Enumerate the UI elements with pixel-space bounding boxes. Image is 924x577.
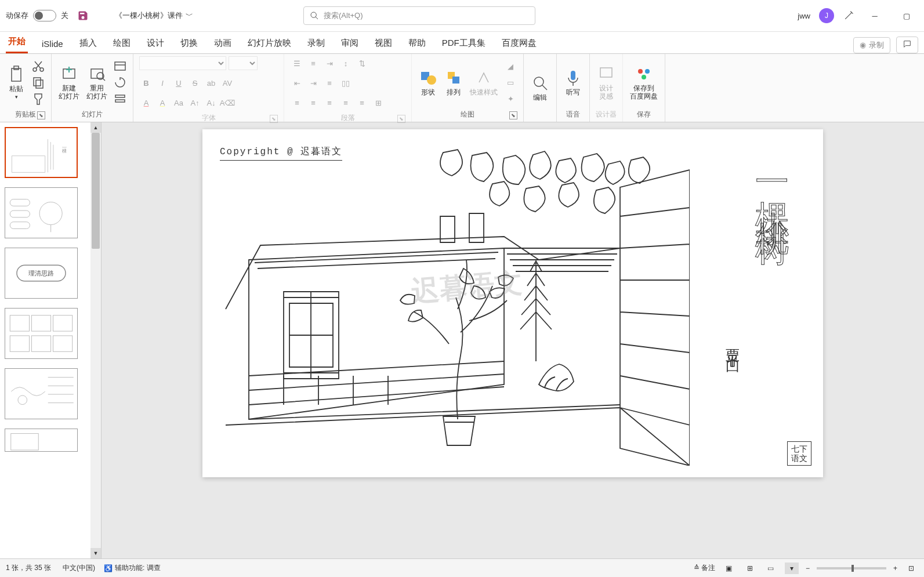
notes-button[interactable]: ≙ 备注 <box>694 563 715 573</box>
slide-thumb-4[interactable] <box>5 308 78 359</box>
shape-effects-icon[interactable]: ✦ <box>503 92 517 106</box>
panel-scrollbar[interactable]: ▲ ▼ <box>90 122 101 558</box>
tab-record[interactable]: 录制 <box>305 33 327 53</box>
tab-view[interactable]: 视图 <box>372 33 394 53</box>
document-title[interactable]: 《一棵小桃树》课件 ﹀ <box>115 10 193 21</box>
save-baidu-button[interactable]: 保存到 百度网盘 <box>629 63 659 101</box>
tab-baidu[interactable]: 百度网盘 <box>499 33 539 53</box>
arrange-button[interactable]: 排列 <box>443 67 464 97</box>
font-name-select[interactable] <box>139 56 226 70</box>
strikethrough-icon[interactable]: S <box>188 76 202 90</box>
section-icon[interactable] <box>113 92 127 106</box>
underline-icon[interactable]: U <box>172 76 186 90</box>
accessibility-status[interactable]: 辅助功能: 调查 <box>115 563 161 573</box>
slides-panel[interactable]: 一棵 理清思路 ▲ ▼ <box>0 122 102 558</box>
reading-view-icon[interactable]: ▭ <box>764 563 778 574</box>
font-color-icon[interactable]: A <box>139 96 153 110</box>
shape-fill-icon[interactable]: ◢ <box>503 59 517 73</box>
font-size-select[interactable] <box>229 56 258 70</box>
paste-button[interactable]: 粘贴 ▾ <box>6 64 27 101</box>
maximize-button[interactable]: ▢ <box>895 7 918 24</box>
scroll-down-icon[interactable]: ▼ <box>90 548 101 558</box>
minimize-button[interactable]: ─ <box>863 7 886 24</box>
shrink-font-icon[interactable]: A↓ <box>204 96 218 110</box>
copy-icon[interactable] <box>31 75 45 89</box>
normal-view-icon[interactable]: ▣ <box>722 563 736 574</box>
zoom-out-button[interactable]: − <box>806 564 810 572</box>
grow-font-icon[interactable]: A↑ <box>188 96 202 110</box>
cut-icon[interactable] <box>31 59 45 73</box>
slide-thumb-6[interactable] <box>5 429 78 452</box>
reset-icon[interactable] <box>113 75 127 89</box>
clipboard-launcher[interactable]: ⬊ <box>37 111 45 119</box>
tab-transitions[interactable]: 切换 <box>178 33 200 53</box>
bold-icon[interactable]: B <box>139 76 153 90</box>
avatar[interactable]: J <box>819 8 834 23</box>
clear-format-icon[interactable]: A⌫ <box>220 96 234 110</box>
change-case-icon[interactable]: Aa <box>172 96 186 110</box>
zoom-slider[interactable] <box>817 567 886 569</box>
tab-islide[interactable]: iSlide <box>39 34 66 53</box>
line-spacing-icon[interactable]: ↕ <box>339 56 353 70</box>
align-text-icon[interactable]: ≡ <box>323 76 336 90</box>
slide-thumb-5[interactable] <box>5 368 78 419</box>
justify-icon[interactable]: ≡ <box>339 96 353 110</box>
sorter-view-icon[interactable]: ⊞ <box>743 563 757 574</box>
shapes-button[interactable]: 形状 <box>418 67 439 97</box>
italic-icon[interactable]: I <box>155 76 169 90</box>
scroll-up-icon[interactable]: ▲ <box>90 122 101 133</box>
align-center-icon[interactable]: ≡ <box>306 96 320 110</box>
slide-canvas[interactable]: Copyright @ 迟暮语文 <box>202 129 823 477</box>
list-level-icon[interactable]: ⇥ <box>323 56 336 70</box>
spacing-icon[interactable]: AV <box>220 76 234 90</box>
slide-thumb-1[interactable]: 一棵 <box>5 127 78 178</box>
tab-insert[interactable]: 插入 <box>77 33 99 53</box>
reuse-slide-button[interactable]: 重用 幻灯片 <box>85 63 108 101</box>
dictate-button[interactable]: 听写 <box>563 67 584 97</box>
tab-design[interactable]: 设计 <box>144 33 166 53</box>
tab-slideshow[interactable]: 幻灯片放映 <box>245 33 293 53</box>
slideshow-view-icon[interactable]: ▾ <box>785 563 799 574</box>
highlight-icon[interactable]: A <box>155 96 169 110</box>
fit-window-icon[interactable]: ⊡ <box>904 563 918 574</box>
editing-button[interactable]: 编辑 <box>530 72 550 103</box>
editor-area[interactable]: Copyright @ 迟暮语文 <box>102 122 924 558</box>
slide-thumb-2[interactable] <box>5 187 78 238</box>
drawing-launcher[interactable]: ⬊ <box>509 111 517 119</box>
language-indicator[interactable]: 中文(中国) <box>63 563 95 573</box>
format-painter-icon[interactable] <box>31 92 45 106</box>
align-right-icon[interactable]: ≡ <box>323 96 336 110</box>
shadow-icon[interactable]: ab <box>204 76 218 90</box>
tab-home[interactable]: 开始 <box>6 31 28 53</box>
slide-thumb-3[interactable]: 理清思路 <box>5 248 78 299</box>
shape-outline-icon[interactable]: ▭ <box>503 75 517 89</box>
scroll-thumb[interactable] <box>92 133 100 249</box>
align-left-icon[interactable]: ≡ <box>290 96 304 110</box>
increase-indent-icon[interactable]: ⇥ <box>306 76 320 90</box>
new-slide-button[interactable]: 新建 幻灯片 <box>57 63 81 101</box>
decrease-indent-icon[interactable]: ⇤ <box>290 76 304 90</box>
autosave-toggle[interactable]: 动保存 关 <box>6 10 68 21</box>
tab-animations[interactable]: 动画 <box>212 33 234 53</box>
quick-styles-button[interactable]: 快速样式 <box>469 67 499 97</box>
font-launcher[interactable]: ⬊ <box>270 115 278 123</box>
bullets-icon[interactable]: ☰ <box>290 56 304 70</box>
distribute-icon[interactable]: ≡ <box>355 96 369 110</box>
zoom-in-button[interactable]: + <box>893 564 897 572</box>
slide-counter[interactable]: 1 张，共 35 张 <box>6 563 51 573</box>
tab-draw[interactable]: 绘图 <box>111 33 133 53</box>
comments-button[interactable] <box>896 37 918 53</box>
tab-review[interactable]: 审阅 <box>339 33 361 53</box>
toggle-switch[interactable] <box>33 10 56 21</box>
columns-icon[interactable]: ▯▯ <box>339 76 353 90</box>
design-ideas-button[interactable]: 设计 灵感 <box>596 63 617 101</box>
paragraph-launcher[interactable]: ⬊ <box>397 115 405 123</box>
wand-icon[interactable] <box>843 10 854 21</box>
layout-icon[interactable] <box>113 59 127 73</box>
save-icon[interactable] <box>77 10 89 21</box>
numbering-icon[interactable]: ≡ <box>306 56 320 70</box>
record-button[interactable]: ◉ 录制 <box>853 37 890 53</box>
tab-pdf[interactable]: PDF工具集 <box>440 33 488 53</box>
smartart-icon[interactable]: ⊞ <box>371 96 385 110</box>
search-input[interactable]: 搜索(Alt+Q) <box>303 6 535 25</box>
